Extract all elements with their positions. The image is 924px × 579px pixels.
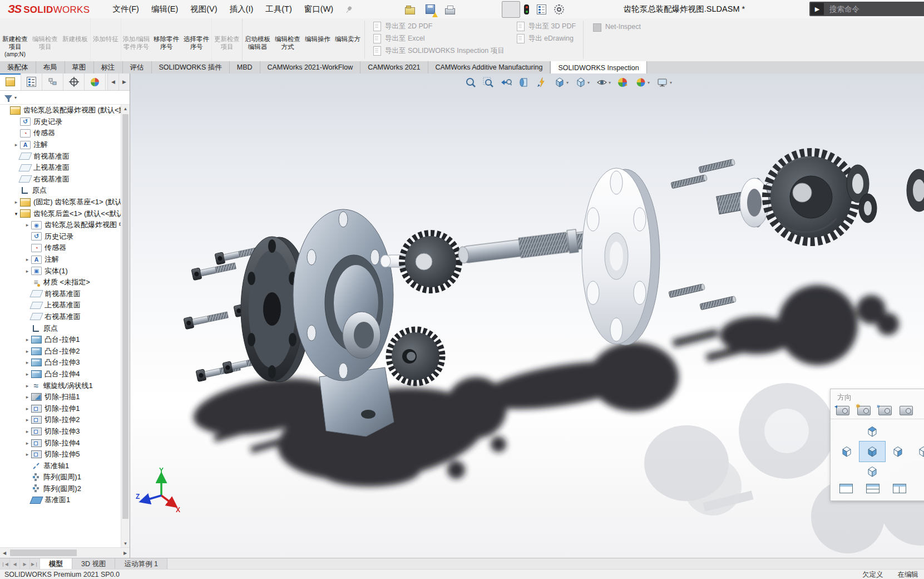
ribbon-tab[interactable]: 草图 — [65, 61, 94, 73]
section-view-icon[interactable] — [517, 76, 531, 89]
expand-arrow-icon[interactable] — [23, 440, 31, 446]
expand-arrow-icon[interactable] — [23, 406, 31, 411]
quickbar-button[interactable] — [362, 1, 380, 18]
viewport-single-icon[interactable] — [839, 484, 853, 493]
reset-views-camera-icon[interactable] — [900, 406, 913, 415]
ribbon-tab[interactable]: CAMWorks 2021-WorkFlow — [260, 61, 361, 73]
ribbon-button[interactable]: 更新检查项目 — [211, 18, 242, 61]
ribbon-tab[interactable]: SOLIDWORKS Inspection — [550, 61, 646, 74]
tab-property-manager[interactable] — [21, 73, 42, 90]
ribbon-button[interactable]: 编辑检查方式 — [273, 18, 303, 61]
document-tab[interactable]: 模型 — [40, 558, 72, 570]
scrollbar-thumb[interactable] — [10, 549, 77, 556]
new-view-camera-icon[interactable]: ✱ — [857, 406, 871, 415]
ribbon-tab[interactable]: SOLIDWORKS 插件 — [152, 61, 230, 73]
quickbar-button[interactable] — [442, 1, 460, 18]
view-bottom-button[interactable] — [859, 462, 885, 482]
previous-view-camera-icon[interactable]: ◂ — [836, 406, 849, 415]
expand-arrow-icon[interactable] — [23, 394, 31, 400]
tree-item[interactable]: 材质 <未指定> — [0, 277, 121, 288]
view-left-button[interactable] — [834, 441, 859, 462]
expand-arrow-icon[interactable] — [23, 222, 31, 228]
quickbar-button[interactable] — [422, 1, 440, 18]
tab-display-manager[interactable] — [85, 73, 106, 90]
export-link[interactable]: 导出至 2D PDF — [373, 22, 505, 31]
tree-item[interactable]: 阵列(圆周)2 — [0, 483, 121, 495]
document-tab[interactable]: 运动算例 1 — [115, 558, 167, 570]
expand-arrow-icon[interactable] — [23, 337, 31, 342]
ribbon-button[interactable]: 新建模板 — [60, 18, 90, 61]
tree-item[interactable]: 基准面1 — [0, 494, 121, 506]
menu-item[interactable]: 文件(F) — [106, 0, 145, 18]
expand-arrow-icon[interactable] — [23, 371, 31, 377]
tree-item[interactable]: 原点 — [0, 185, 121, 197]
ribbon-tab[interactable]: MBD — [230, 61, 260, 73]
tree-item[interactable]: 切除-扫描1 — [0, 391, 121, 403]
tab-first-icon[interactable]: ❘◀ — [0, 558, 10, 570]
tree-item[interactable]: 齿轮泵总装配爆炸视图 中的配 — [0, 219, 121, 231]
quickbar-button[interactable] — [502, 1, 520, 18]
tab-configurations[interactable] — [42, 73, 63, 90]
tree-item[interactable]: 前视基准面 — [0, 150, 121, 162]
expand-arrow-icon[interactable] — [23, 268, 31, 274]
menu-item[interactable]: 视图(V) — [184, 0, 223, 18]
ribbon-tab[interactable]: 装配体 — [0, 61, 36, 73]
zoom-area-icon[interactable] — [482, 76, 495, 89]
ribbon-tab[interactable]: CAMWorks 2021 — [360, 61, 428, 73]
tree-item[interactable]: (固定) 齿轮泵基座<1> (默认<<默 — [0, 197, 121, 208]
view-top-button[interactable] — [859, 421, 885, 441]
tree-item[interactable]: 右视基准面 — [0, 174, 121, 185]
tree-item[interactable]: 凸台-拉伸2 — [0, 345, 121, 357]
ribbon-button[interactable]: 编辑卖方 — [333, 18, 363, 61]
tree-item[interactable]: 上视基准面 — [0, 162, 121, 174]
tree-item[interactable]: 右视基准面 — [0, 311, 121, 323]
ribbon-button[interactable]: 启动模板编辑器 — [242, 18, 273, 61]
scroll-right-icon[interactable]: ▶ — [121, 551, 130, 556]
scroll-left-icon[interactable]: ◀ — [0, 551, 9, 556]
viewport-two-horizontal-icon[interactable] — [866, 484, 879, 493]
tree-item[interactable]: 注解 — [0, 254, 121, 266]
tab-next-icon[interactable]: ▶ — [20, 558, 30, 570]
expand-arrow-icon[interactable] — [23, 360, 31, 365]
panel-tab-scroll-right-icon[interactable]: ▶ — [118, 73, 130, 90]
panel-tab-scroll-left-icon[interactable]: ◀ — [107, 73, 118, 90]
quickbar-button[interactable] — [552, 2, 568, 17]
washers[interactable] — [847, 165, 924, 223]
expand-arrow-icon[interactable] — [12, 142, 20, 148]
ribbon-button[interactable]: 编辑检查项目 — [30, 18, 60, 61]
menu-item[interactable]: 编辑(E) — [145, 0, 184, 18]
expand-arrow-icon[interactable] — [12, 199, 20, 205]
scroll-up-icon[interactable]: ▲ — [121, 105, 130, 113]
quickbar-button[interactable] — [462, 1, 480, 18]
tree-item[interactable]: 切除-拉伸3 — [0, 426, 121, 438]
pin-icon[interactable] — [343, 4, 354, 15]
tree-item[interactable]: 阵列(圆周)1 — [0, 472, 121, 483]
ribbon-tab[interactable]: CAMWorks Additive Manufacturing — [428, 61, 551, 73]
driven-gear[interactable] — [389, 330, 442, 382]
quickbar-button[interactable] — [535, 2, 550, 17]
tab-last-icon[interactable]: ▶❘ — [30, 558, 40, 570]
ribbon-button[interactable]: 添加特征 — [90, 18, 121, 61]
tree-item[interactable]: 凸台-拉伸1 — [0, 334, 121, 346]
filter-caret-icon[interactable]: ▾ — [14, 95, 17, 100]
tree-item[interactable]: 螺旋线/涡状线1 — [0, 380, 121, 391]
ribbon-button[interactable]: 选择零件序号 — [181, 18, 211, 61]
hide-show-items-icon[interactable]: ▾ — [595, 76, 612, 89]
tree-item[interactable]: 基准轴1 — [0, 460, 121, 472]
tree-item[interactable]: 历史记录 — [0, 116, 121, 128]
expand-arrow-icon[interactable] — [12, 211, 20, 217]
tree-item[interactable]: 齿轮泵后盖<1> (默认<<默认>_ — [0, 208, 121, 219]
ribbon-button[interactable]: 新建检查项目 (amp;N) — [0, 18, 30, 61]
ribbon-tab[interactable]: 评估 — [123, 61, 152, 73]
export-link[interactable]: 导出至 Excel — [373, 34, 505, 43]
tree-item[interactable]: 齿轮泵总装配爆炸视图 (默认<默认_ — [0, 105, 121, 116]
ribbon-tab[interactable]: 布局 — [36, 61, 65, 73]
tree-item[interactable]: 上视基准面 — [0, 300, 121, 311]
zoom-fit-icon[interactable] — [464, 76, 477, 89]
viewport-two-vertical-icon[interactable] — [893, 484, 906, 493]
view-settings-icon[interactable]: ▾ — [655, 76, 673, 89]
scroll-down-icon[interactable]: ▼ — [121, 539, 130, 548]
tree-horizontal-scrollbar[interactable]: ◀ ▶ — [0, 547, 130, 558]
expand-arrow-icon[interactable] — [23, 383, 31, 389]
menu-item[interactable]: 工具(T) — [259, 0, 298, 18]
